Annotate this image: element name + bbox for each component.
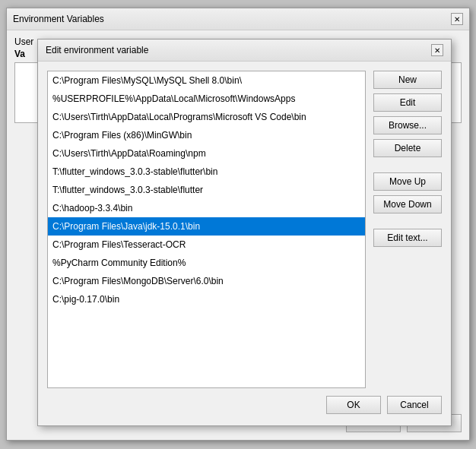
- list-item[interactable]: %PyCharm Community Edition%: [48, 254, 365, 272]
- list-item[interactable]: C:\hadoop-3.3.4\bin: [48, 199, 365, 217]
- list-item[interactable]: C:\Program Files\Java\jdk-15.0.1\bin: [48, 217, 365, 236]
- inner-dialog-body: C:\Program Files\MySQL\MySQL Shell 8.0\b…: [38, 62, 451, 423]
- env-variables-dialog: Environment Variables ✕ User Va OK Cance…: [6, 8, 470, 441]
- inner-ok-button[interactable]: OK: [326, 396, 381, 414]
- browse-button[interactable]: Browse...: [373, 116, 442, 134]
- content-row: C:\Program Files\MySQL\MySQL Shell 8.0\b…: [47, 71, 442, 388]
- delete-button[interactable]: Delete: [373, 139, 442, 157]
- inner-dialog-bottom-buttons: OK Cancel: [47, 388, 442, 414]
- list-item[interactable]: T:\flutter_windows_3.0.3-stable\flutter\…: [48, 163, 365, 181]
- path-list[interactable]: C:\Program Files\MySQL\MySQL Shell 8.0\b…: [47, 71, 366, 388]
- edit-env-variable-dialog: Edit environment variable ✕ C:\Program F…: [37, 39, 452, 426]
- user-section-label: User: [14, 36, 33, 47]
- inner-dialog-close-button[interactable]: ✕: [431, 44, 443, 56]
- list-item[interactable]: C:\Users\Tirth\AppData\Roaming\npm: [48, 144, 365, 163]
- new-button[interactable]: New: [373, 71, 442, 89]
- list-item[interactable]: C:\Program Files\Tesseract-OCR: [48, 236, 365, 254]
- list-item[interactable]: T:\flutter_windows_3.0.3-stable\flutter: [48, 181, 365, 199]
- list-item[interactable]: %USERPROFILE%\AppData\Local\Microsoft\Wi…: [48, 90, 365, 108]
- inner-cancel-button[interactable]: Cancel: [387, 396, 442, 414]
- move-down-button[interactable]: Move Down: [373, 195, 442, 213]
- var-col-header: Va: [14, 49, 37, 59]
- move-up-button[interactable]: Move Up: [373, 172, 442, 191]
- env-dialog-title: Environment Variables: [13, 14, 104, 24]
- env-dialog-titlebar: Environment Variables ✕: [7, 8, 469, 30]
- inner-dialog-title: Edit environment variable: [46, 45, 148, 55]
- edit-text-button[interactable]: Edit text...: [373, 229, 442, 247]
- list-item[interactable]: C:\Program Files\MySQL\MySQL Shell 8.0\b…: [48, 71, 365, 90]
- inner-dialog-titlebar: Edit environment variable ✕: [38, 40, 451, 62]
- list-item[interactable]: C:\Users\Tirth\AppData\Local\Programs\Mi…: [48, 108, 365, 126]
- list-item[interactable]: C:\Program Files\MongoDB\Server\6.0\bin: [48, 272, 365, 290]
- list-item[interactable]: C:\Program Files (x86)\MinGW\bin: [48, 126, 365, 144]
- edit-button[interactable]: Edit: [373, 93, 442, 112]
- action-buttons-column: New Edit Browse... Delete Move Up Move D…: [373, 71, 442, 388]
- list-item[interactable]: C:\pig-0.17.0\bin: [48, 290, 365, 308]
- env-dialog-close-button[interactable]: ✕: [451, 13, 463, 25]
